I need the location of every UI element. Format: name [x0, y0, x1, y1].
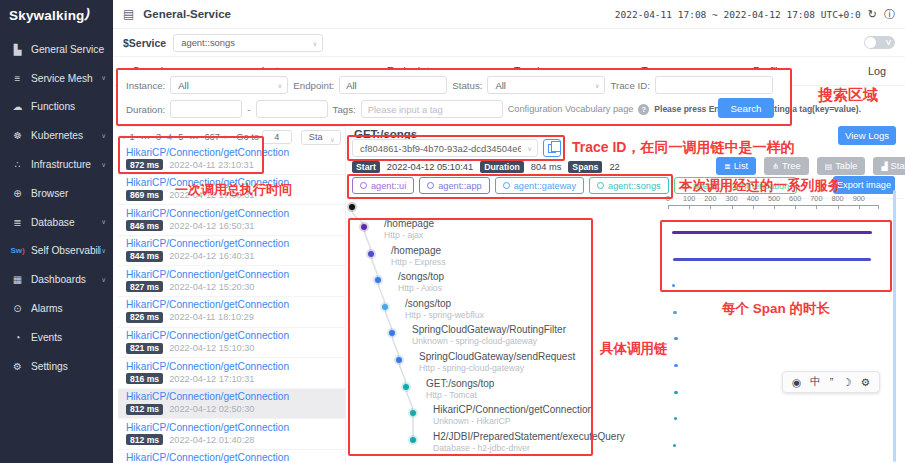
pager-page[interactable]: 1 — [128, 132, 136, 143]
endpoint-input[interactable] — [339, 76, 447, 94]
span-name[interactable]: SpringCloudGateway/RoutingFilter — [412, 324, 566, 335]
version-toggle[interactable]: V — [864, 36, 895, 49]
service-tag[interactable]: agent::ui — [352, 177, 414, 194]
span-duration-bar[interactable] — [672, 284, 675, 287]
span-dot[interactable] — [368, 251, 374, 257]
span-dot[interactable] — [396, 357, 402, 363]
span-dot[interactable] — [410, 410, 416, 416]
span-duration-bar[interactable] — [673, 258, 871, 261]
trace-link[interactable]: HikariCP/Connection/getConnection — [126, 269, 337, 280]
sidebar-item-settings[interactable]: ⚙Settings — [0, 352, 113, 381]
language-icon[interactable]: 中 — [810, 375, 821, 389]
copy-trace-id-button[interactable] — [543, 139, 561, 157]
sidebar-item-kubernetes[interactable]: ☸Kubernetes∨ — [0, 121, 113, 150]
span-dot[interactable] — [389, 330, 395, 336]
trace-id-select[interactable]: cf804861-3bf9-4b70-93a2-dcd34504e664 — [352, 139, 538, 157]
sidebar-item-browser[interactable]: ⊕Browser — [0, 179, 113, 208]
trace-link[interactable]: HikariCP/Connection/getConnection — [126, 299, 337, 310]
sidebar-item-self-observability[interactable]: SwSelf Observability∨ — [0, 237, 113, 266]
span-dot[interactable] — [410, 437, 416, 443]
span-name[interactable]: GET:/songs/top — [426, 378, 494, 389]
mascot-icon[interactable]: ◉ — [792, 376, 801, 388]
trace-link[interactable]: HikariCP/Connection/getConnection — [126, 208, 337, 219]
trace-link[interactable]: HikariCP/Connection/getConnection — [126, 391, 337, 402]
pager-next-icon[interactable]: › — [224, 132, 227, 142]
span-name[interactable]: /songs/top — [405, 298, 451, 309]
trace-list-item[interactable]: HikariCP/Connection/getConnection816 ms2… — [118, 358, 345, 389]
sidebar-item-events[interactable]: ◔Events — [0, 323, 113, 352]
sort-select[interactable]: Sta — [301, 130, 341, 145]
tab-log[interactable]: Log — [865, 65, 889, 85]
goto-page-input[interactable] — [262, 130, 292, 144]
span-dot[interactable] — [382, 304, 388, 310]
trace-list-item[interactable]: HikariCP/Connection/getConnection826 ms2… — [118, 297, 345, 328]
span-name[interactable]: HikariCP/Connection/getConnection — [433, 404, 593, 415]
pager-page[interactable]: 4 — [166, 132, 174, 143]
time-range-picker[interactable]: 2022-04-11 17:08 ~ 2022-04-12 17:08 UTC+… — [615, 9, 861, 20]
trace-id-input[interactable] — [655, 76, 773, 94]
trace-link[interactable]: HikariCP/Connection/getConnection — [126, 238, 337, 249]
span-dot[interactable] — [349, 204, 355, 210]
duration-max-input[interactable] — [256, 100, 328, 118]
trace-list-item[interactable]: HikariCP/Connection/getConnection821 ms2… — [118, 328, 345, 359]
span-dot[interactable] — [375, 277, 381, 283]
config-vocabulary-link[interactable]: Configuration Vocabulary page — [508, 104, 634, 114]
trace-link[interactable]: HikariCP/Connection/getConnection — [126, 361, 337, 372]
status-select[interactable]: All — [487, 76, 605, 94]
sidebar-item-infrastructure[interactable]: ∴Infrastructure∨ — [0, 150, 113, 179]
trace-link[interactable]: HikariCP/Connection/getConnection — [126, 452, 337, 463]
span-name[interactable]: SpringCloudGateway/sendRequest — [419, 351, 575, 362]
sidebar-item-functions[interactable]: ☁Functions — [0, 93, 113, 122]
collapse-sidebar-icon[interactable]: ▤ — [123, 7, 134, 21]
pager-page[interactable]: 5 — [177, 132, 185, 143]
sidebar-item-alarms[interactable]: ⊙Alarms — [0, 294, 113, 323]
span-duration-bar[interactable] — [673, 311, 676, 314]
sidebar-item-general-service[interactable]: ▙General Service — [0, 35, 113, 64]
trace-list-item[interactable]: HikariCP/Connection/getConnection812 ms2… — [118, 419, 345, 450]
gear-icon[interactable]: ⚙ — [861, 376, 870, 388]
app-logo[interactable]: Skywalking) — [0, 0, 113, 23]
span-duration-bar[interactable] — [672, 231, 873, 234]
tags-input[interactable] — [361, 100, 503, 118]
span-duration-bar[interactable] — [674, 417, 677, 420]
span-duration-bar[interactable] — [674, 337, 677, 340]
span-name[interactable]: H2/JDBI/PreparedStatement/executeQuery — [433, 431, 625, 442]
span-name[interactable]: /homepage — [384, 218, 434, 229]
service-tag[interactable]: agent::songs — [589, 177, 669, 194]
pager-page[interactable]: 3 — [154, 132, 162, 143]
duration-min-input[interactable] — [170, 100, 242, 118]
span-name[interactable]: /homepage — [391, 245, 441, 256]
view-button-tree[interactable]: ⋔Tree — [764, 157, 808, 175]
instance-select[interactable]: All — [170, 76, 288, 94]
span-name[interactable]: /songs/top — [398, 271, 444, 282]
moon-icon[interactable]: ☽ — [842, 376, 851, 388]
sidebar-item-database[interactable]: ≣Database∨ — [0, 208, 113, 237]
span-dot[interactable] — [403, 384, 409, 390]
view-button-statistics[interactable]: ▟Statistics — [873, 157, 905, 175]
view-button-list[interactable]: ≣List — [716, 157, 756, 175]
trace-list-item[interactable]: HikariCP/Connection/getConnection — [118, 450, 345, 463]
refresh-icon[interactable]: ↻ — [868, 8, 877, 21]
trace-list-item[interactable]: HikariCP/Connection/getConnection827 ms2… — [118, 266, 345, 297]
span-duration-bar[interactable] — [674, 364, 677, 367]
span-dot[interactable] — [361, 224, 367, 230]
quote-icon[interactable]: ” — [830, 376, 834, 388]
trace-link[interactable]: HikariCP/Connection/getConnection — [126, 422, 337, 433]
help-icon[interactable]: ? — [638, 104, 649, 115]
export-image-button[interactable]: Export image — [833, 176, 895, 194]
sidebar-item-dashboards[interactable]: ▦Dashboards∨ — [0, 265, 113, 294]
span-duration-bar[interactable] — [673, 444, 676, 447]
trace-link[interactable]: HikariCP/Connection/getConnection — [126, 147, 337, 158]
service-select[interactable]: agent::songs — [173, 34, 323, 52]
trace-link[interactable]: HikariCP/Connection/getConnection — [126, 330, 337, 341]
view-button-table[interactable]: ▤Table — [817, 157, 866, 175]
scrollbar[interactable] — [893, 190, 896, 462]
view-logs-button[interactable]: View Logs — [838, 126, 896, 145]
trace-list-item[interactable]: HikariCP/Connection/getConnection812 ms2… — [118, 389, 345, 420]
sidebar-item-service-mesh[interactable]: ≡Service Mesh∨ — [0, 64, 113, 93]
pager-page[interactable]: 667 — [203, 132, 221, 143]
search-button[interactable]: Search — [718, 98, 774, 118]
service-tag[interactable]: agent::app — [419, 177, 489, 194]
trace-list-item[interactable]: HikariCP/Connection/getConnection844 ms2… — [118, 236, 345, 267]
span-duration-bar[interactable] — [674, 391, 677, 394]
